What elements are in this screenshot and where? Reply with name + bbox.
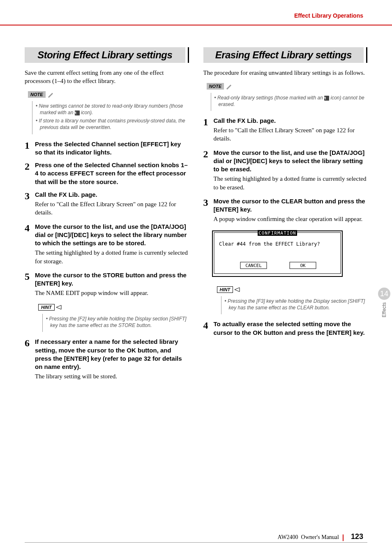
chapter-number-badge: 14 xyxy=(378,288,390,300)
step-text: The setting highlighted by a dotted fram… xyxy=(214,175,368,191)
note-list: Read-only library settings (those marked… xyxy=(211,93,368,111)
hint-label: HINT xyxy=(38,304,55,311)
note-label: NOTE xyxy=(28,91,46,98)
intro-left: Save the current effect setting from any… xyxy=(25,69,189,85)
confirmation-dialog: CONFIRMATION Clear #44 from the EFFECT L… xyxy=(212,230,368,279)
chapter-label: Effects xyxy=(381,302,387,317)
section-title-wrap: Erasing Effect Library settings xyxy=(203,47,368,63)
dialog-ok: OK xyxy=(300,263,306,268)
page-number: 123 xyxy=(351,532,363,541)
step-head: To actually erase the selected setting m… xyxy=(214,320,368,337)
step-text: Refer to "Call the Effect Library Screen… xyxy=(214,126,368,143)
hint-list: Pressing the [F3] key while holding the … xyxy=(221,296,368,314)
note-item: New settings cannot be stored to read-on… xyxy=(35,103,189,116)
section-title-right: Erasing Effect Library settings xyxy=(203,47,364,63)
step-number: 2 xyxy=(25,161,35,187)
page-footer: AW2400 Owner's Manual 123 xyxy=(277,532,363,541)
step-head: Press one of the Selected Channel sectio… xyxy=(35,161,189,186)
note-item: Read-only library settings (those marked… xyxy=(214,94,368,108)
step-2: 2 Move the cursor to the list, and use t… xyxy=(203,149,368,194)
step-number: 1 xyxy=(203,117,214,145)
step-text: The NAME EDIT popup window will appear. xyxy=(35,289,189,297)
step-text: A popup window confirming the clear oper… xyxy=(214,215,368,223)
footer-rule xyxy=(25,542,367,543)
running-head: Effect Library Operations xyxy=(294,12,363,19)
pencil-icon xyxy=(47,91,54,98)
note-label: NOTE xyxy=(207,83,224,90)
dialog-title: CONFIRMATION xyxy=(258,230,296,236)
hint-label: HINT xyxy=(217,286,233,293)
step-number: 2 xyxy=(203,149,214,194)
pointer-icon xyxy=(235,287,241,292)
step-number: 3 xyxy=(25,191,35,219)
step-number: 6 xyxy=(25,338,35,383)
step-head: Move the cursor to the list, and use the… xyxy=(214,149,368,174)
readonly-icon: R xyxy=(75,111,80,115)
step-number: 4 xyxy=(25,223,35,268)
step-4: 4 Move the cursor to the list, and use t… xyxy=(25,223,189,268)
step-text: Refer to "Call the Effect Library Screen… xyxy=(35,200,189,217)
footer-tick xyxy=(343,534,344,541)
step-text: The setting highlighted by a dotted fram… xyxy=(35,249,189,265)
step-number: 4 xyxy=(203,320,214,338)
intro-right: The procedure for erasing unwanted libra… xyxy=(203,69,368,77)
step-head: Move the cursor to the STORE button and … xyxy=(35,271,189,288)
step-text: The library setting will be stored. xyxy=(35,372,189,380)
step-4: 4 To actually erase the selected setting… xyxy=(203,320,368,338)
pencil-icon xyxy=(226,83,232,90)
dialog-cancel: CANCEL xyxy=(245,263,262,268)
step-head: Move the cursor to the CLEAR button and … xyxy=(214,197,368,214)
step-3: 3 Call the FX Lib. page. Refer to "Call … xyxy=(25,191,189,219)
content-columns: Storing Effect Library settings Save the… xyxy=(25,47,367,387)
step-head: If necessary enter a name for the select… xyxy=(35,338,189,371)
hint-item: Pressing the [F3] key while holding the … xyxy=(224,298,368,311)
product-name: AW2400 xyxy=(277,534,298,540)
left-column: Storing Effect Library settings Save the… xyxy=(25,47,189,387)
step-number: 5 xyxy=(25,271,35,300)
step-2: 2 Press one of the Selected Channel sect… xyxy=(25,161,189,187)
pointer-icon xyxy=(56,304,63,310)
step-number: 1 xyxy=(25,140,35,158)
step-1: 1 Call the FX Lib. page. Refer to "Call … xyxy=(203,117,368,145)
step-5: 5 Move the cursor to the STORE button an… xyxy=(25,271,189,300)
note-tag: NOTE xyxy=(207,82,233,89)
header-rule xyxy=(0,25,392,25)
chapter-tab: 14 Effects xyxy=(376,288,392,317)
section-title-wrap: Storing Effect Library settings xyxy=(25,47,189,63)
step-number: 3 xyxy=(203,197,214,226)
hint-tag: HINT xyxy=(38,303,63,311)
hint-tag: HINT xyxy=(217,286,242,293)
dialog-message: Clear #44 from the EFFECT Library? xyxy=(219,241,320,247)
step-3: 3 Move the cursor to the CLEAR button an… xyxy=(203,197,368,226)
step-6: 6 If necessary enter a name for the sele… xyxy=(25,338,189,383)
hint-list: Pressing the [F2] key while holding the … xyxy=(42,314,189,332)
note-list: New settings cannot be stored to read-on… xyxy=(32,101,189,134)
note-tag: NOTE xyxy=(28,90,54,98)
step-head: Call the FX Lib. page. xyxy=(35,191,189,199)
right-column: Erasing Effect Library settings The proc… xyxy=(203,47,368,387)
note-item: If store to a library number that contai… xyxy=(35,117,189,131)
step-1: 1 Press the Selected Channel section [EF… xyxy=(25,140,189,158)
step-head: Press the Selected Channel section [EFFE… xyxy=(35,140,189,157)
svg-rect-0 xyxy=(212,231,342,276)
step-head: Move the cursor to the list, and use the… xyxy=(35,223,189,248)
doc-name: Owner's Manual xyxy=(301,534,339,540)
section-title-left: Storing Effect Library settings xyxy=(25,47,185,63)
hint-item: Pressing the [F2] key while holding the … xyxy=(45,315,189,329)
readonly-icon: R xyxy=(324,96,329,101)
manual-page: Effect Library Operations Storing Effect… xyxy=(0,0,392,555)
step-head: Call the FX Lib. page. xyxy=(214,117,368,125)
